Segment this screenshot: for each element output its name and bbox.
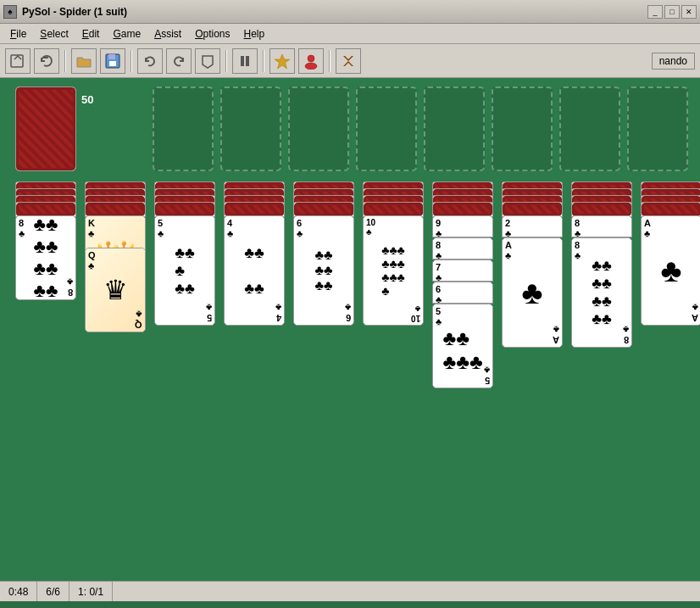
open-button[interactable] — [71, 48, 97, 74]
rank-center: ♣♣♣♣♣♣♣♣ — [34, 215, 58, 300]
close-button[interactable]: ✕ — [681, 5, 697, 19]
pause-button[interactable] — [232, 48, 258, 74]
tableau-col8-card-Ac[interactable]: A♣ ♣ A♣ — [502, 237, 563, 348]
tableau-col7-card-8c[interactable]: 8♣ — [432, 237, 493, 259]
rank-tl: 8♣ — [436, 240, 442, 259]
tableau-col10-card-Ac[interactable]: A♣ ♣ A♣ — [641, 215, 700, 326]
menu-select[interactable]: Select — [33, 26, 75, 42]
stock-pile[interactable] — [15, 86, 76, 171]
tableau-col2-card-Q[interactable]: Q♣ ♛ Q♣ — [85, 248, 146, 332]
status-score: 6/6 — [37, 582, 69, 601]
rank-tl: 8♣ — [575, 218, 581, 237]
separator-4 — [263, 50, 264, 72]
new-game-button[interactable] — [5, 48, 31, 74]
back-pattern — [364, 203, 423, 216]
card-face: 4♣ ♣♣♣♣ 4♣ — [225, 216, 284, 325]
rank-center: ♣♣♣♣♣ — [442, 326, 482, 374]
separator-1 — [64, 50, 66, 72]
rank-tl: A♣ — [505, 240, 512, 260]
username-display: nando — [652, 53, 695, 70]
tableau-col7-card-7c[interactable]: 7♣ — [432, 259, 493, 282]
titlebar-left: ♠ PySol - Spider (1 suit) — [3, 5, 127, 19]
card-face: A♣ ♣ A♣ — [642, 216, 700, 325]
tableau-col6-card-10c[interactable]: 10♣ ♣♣♣♣♣♣♣♣♣♣ 10♣ — [363, 215, 424, 326]
foundation-8 — [627, 86, 688, 171]
menubar: File Select Edit Game Assist Options Hel… — [0, 24, 700, 44]
tableau-col1-card-8c[interactable]: 8♣ ♣♣♣♣♣♣♣♣ 8♣ — [15, 215, 76, 300]
back-pattern — [225, 203, 284, 216]
rank-center: ♣ — [522, 275, 543, 311]
tableau-col3-card-5c[interactable]: 5♣ ♣♣♣♣♣ 5♣ — [154, 215, 215, 326]
foundation-5 — [424, 86, 485, 171]
separator-2 — [131, 50, 132, 72]
tableau-col7-card-5c[interactable]: 5♣ ♣♣♣♣♣ 5♣ — [432, 304, 493, 388]
tableau-col7-card-9c[interactable]: 9♣ — [432, 215, 493, 237]
app-icon: ♠ — [3, 5, 17, 19]
foundation-4 — [356, 86, 417, 171]
svg-rect-7 — [246, 56, 249, 66]
back-pattern — [433, 203, 492, 216]
rank-br: Q♣ — [135, 310, 142, 330]
maximize-button[interactable]: □ — [664, 5, 680, 19]
back-pattern — [642, 203, 700, 216]
queen-face: Q♣ ♛ Q♣ — [86, 248, 145, 332]
svg-rect-4 — [109, 61, 116, 66]
card-face: 2♣ — [503, 216, 562, 237]
game-area[interactable]: 50 8♣ ♣♣♣♣♣♣♣♣ 8♣ K♣ 👑 K♣ Q♣ ♛ — [0, 78, 700, 581]
foundation-3 — [288, 86, 349, 171]
rank-br: 5♣ — [206, 303, 212, 323]
rank-tl: Q♣ — [88, 250, 96, 271]
deck-pattern — [16, 87, 75, 170]
tableau-col7-card-6c[interactable]: 6♣ — [432, 282, 493, 304]
card-face: 6♣ ♣♣♣♣♣♣ 6♣ — [294, 216, 353, 325]
menu-edit[interactable]: Edit — [75, 26, 107, 42]
foundation-6 — [492, 86, 553, 171]
window-title: PySol - Spider (1 suit) — [22, 6, 127, 18]
card-face: 8♣ — [433, 238, 492, 259]
undo-button[interactable] — [137, 48, 163, 74]
tableau-col9-card-8c[interactable]: 8♣ — [571, 215, 632, 237]
rank-tl: 5♣ — [436, 306, 442, 326]
quit-button[interactable] — [336, 48, 361, 74]
card-face: A♣ ♣ A♣ — [503, 238, 562, 347]
menu-file[interactable]: File — [3, 26, 33, 42]
rank-tl: 8♣ — [575, 240, 581, 260]
deck-count: 50 — [81, 93, 93, 106]
svg-point-10 — [305, 63, 317, 70]
menu-options[interactable]: Options — [188, 26, 236, 42]
card-face: 8♣ — [572, 216, 631, 237]
rank-br: 8♣ — [67, 277, 73, 298]
card-face: 8♣ ♣♣♣♣♣♣♣♣ 8♣ — [572, 238, 631, 347]
rank-tl: 6♣ — [297, 218, 303, 238]
tableau-col8-card-2c[interactable]: 2♣ — [502, 215, 563, 237]
rank-center: ♣ — [661, 253, 682, 289]
card-face: 6♣ — [433, 282, 492, 303]
tableau-col5-card-6c[interactable]: 6♣ ♣♣♣♣♣♣ 6♣ — [293, 215, 354, 326]
rank-br: 6♣ — [345, 303, 351, 323]
rank-tl: 5♣ — [158, 218, 164, 238]
star-button[interactable] — [269, 48, 295, 74]
titlebar: ♠ PySol - Spider (1 suit) _ □ ✕ — [0, 0, 700, 24]
rank-tl: 8♣ — [19, 218, 25, 238]
rank-tl: 4♣ — [227, 218, 233, 238]
card-face: 10♣ ♣♣♣♣♣♣♣♣♣♣ 10♣ — [364, 216, 423, 325]
menu-assist[interactable]: Assist — [147, 26, 188, 42]
save-button[interactable] — [100, 48, 125, 74]
tableau-col9-card-bottom[interactable]: 8♣ ♣♣♣♣♣♣♣♣ 8♣ — [571, 237, 632, 348]
hint-button[interactable] — [195, 48, 220, 74]
foundation-2 — [220, 86, 281, 171]
menu-game[interactable]: Game — [106, 26, 147, 42]
rank-tl: 10♣ — [366, 218, 375, 237]
statusbar: 0:48 6/6 1: 0/1 — [0, 581, 700, 601]
svg-marker-5 — [203, 56, 213, 68]
rank-center: ♣♣♣♣♣♣♣♣♣♣ — [381, 243, 405, 298]
card-face: 8♣ ♣♣♣♣♣♣♣♣ 8♣ — [16, 216, 75, 299]
menu-help[interactable]: Help — [237, 26, 272, 42]
restart-button[interactable] — [34, 48, 59, 74]
rank-br: A♣ — [553, 325, 559, 345]
window-controls[interactable]: _ □ ✕ — [647, 5, 697, 19]
minimize-button[interactable]: _ — [647, 5, 663, 19]
redo-button[interactable] — [166, 48, 192, 74]
tableau-col4-card-4c[interactable]: 4♣ ♣♣♣♣ 4♣ — [224, 215, 285, 326]
player-button[interactable] — [298, 48, 324, 74]
